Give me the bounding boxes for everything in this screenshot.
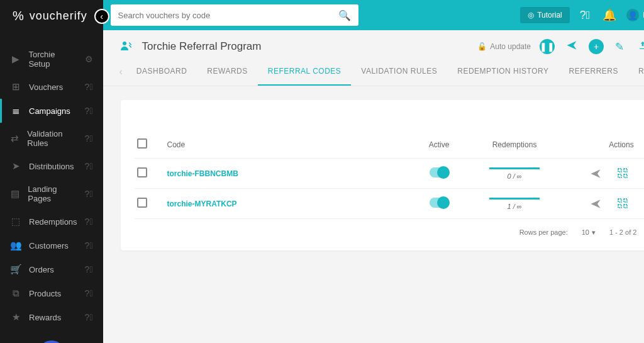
lock-open-icon: 🔓 xyxy=(477,42,487,51)
tab-validation-rules[interactable]: VALIDATION RULES xyxy=(351,58,447,86)
nav-label: Vouchers xyxy=(29,82,63,92)
sidebar-footer: ⦾ 2020 © rspective xyxy=(0,329,103,343)
sidebar-item-redemptions[interactable]: ⬚Redemptions?⃝ xyxy=(0,210,103,233)
header-active: Active xyxy=(411,140,467,149)
table-header: Code Active Redemptions Actions xyxy=(135,131,644,159)
svg-rect-8 xyxy=(624,205,627,208)
brand-name: voucherify xyxy=(30,9,87,23)
help-icon[interactable]: ?⃝ xyxy=(85,82,93,92)
nav-label: Redemptions xyxy=(29,217,77,227)
row-checkbox[interactable] xyxy=(137,198,147,208)
svg-rect-7 xyxy=(618,205,621,208)
add-button[interactable]: + xyxy=(589,39,604,54)
help-icon[interactable]: ?⃝ xyxy=(85,216,93,227)
main-area: 🔍 ◎ Tutorial ?⃝ 🔔 👤 M S Compare plans To… xyxy=(103,0,644,343)
active-toggle[interactable] xyxy=(430,167,448,177)
header-code: Code xyxy=(167,140,411,149)
tab-referees[interactable]: REFEREES xyxy=(628,58,644,86)
tab-redemption-history[interactable]: REDEMPTION HISTORY xyxy=(447,58,558,86)
page-title: Torchie Referral Program xyxy=(142,40,469,53)
nav-icon: ⇄ xyxy=(10,133,19,144)
sidebar-collapse-button[interactable]: ‹ xyxy=(94,9,109,24)
gear-icon[interactable]: ⚙ xyxy=(85,54,93,64)
tutorial-button[interactable]: ◎ Tutorial xyxy=(520,7,570,23)
help-icon[interactable]: ?⃝ xyxy=(85,288,93,298)
table-row: torchie-MYRATKCP1 / ∞ xyxy=(135,189,644,219)
user-avatar-icon: 👤 xyxy=(626,9,639,21)
select-all-checkbox[interactable] xyxy=(137,138,147,149)
table-pager: Rows per page: 10 ▾ 1 - 2 of 2 ‹ › xyxy=(135,219,644,245)
brand-logo[interactable]: % voucherify xyxy=(0,0,103,32)
edit-button[interactable]: ✎ xyxy=(613,40,626,53)
upload-button[interactable] xyxy=(635,40,644,53)
tabs-scroll-left[interactable]: ‹ xyxy=(116,66,126,77)
auto-update-label: Auto update xyxy=(490,42,531,51)
nav-icon: ★ xyxy=(10,312,21,323)
sidebar-item-vouchers[interactable]: ⊞Vouchers?⃝ xyxy=(0,75,103,99)
page-header: Torchie Referral Program 🔓 Auto update ❚… xyxy=(103,30,644,58)
nav-label: Rewards xyxy=(29,313,61,322)
active-toggle[interactable] xyxy=(430,198,448,208)
header-redemptions: Redemptions xyxy=(467,140,562,149)
send-button[interactable] xyxy=(564,40,580,54)
search-input[interactable] xyxy=(118,11,338,20)
nav-label: Distributions xyxy=(29,162,74,171)
pencil-icon: ✎ xyxy=(615,41,624,53)
help-icon[interactable]: ?⃝ xyxy=(85,106,93,116)
user-menu[interactable]: 👤 M S xyxy=(626,9,644,21)
tab-rewards[interactable]: REWARDS xyxy=(197,58,257,86)
sidebar-item-products[interactable]: ⧉Products?⃝ xyxy=(0,281,103,305)
redemptions-text: 0 / ∞ xyxy=(467,172,562,180)
row-qr-button[interactable] xyxy=(618,198,628,210)
redemptions-cell: 1 / ∞ xyxy=(467,198,562,210)
sidebar-item-validation-rules[interactable]: ⇄Validation Rules?⃝ xyxy=(0,123,103,154)
row-send-button[interactable] xyxy=(590,198,601,210)
help-icon[interactable]: ?⃝ xyxy=(85,240,93,250)
help-icon[interactable]: ?⃝ xyxy=(85,264,93,274)
row-checkbox[interactable] xyxy=(137,167,147,177)
nav-icon: ▤ xyxy=(10,188,20,200)
support-button[interactable]: ⦾ xyxy=(38,340,65,343)
search-box[interactable]: 🔍 xyxy=(111,4,358,26)
auto-update-indicator: 🔓 Auto update xyxy=(477,42,531,51)
code-link[interactable]: torchie-FBBNCBMB xyxy=(167,169,411,178)
tab-referrers[interactable]: REFERRERS xyxy=(559,58,629,86)
percent-icon: % xyxy=(13,9,25,23)
send-icon xyxy=(566,40,577,51)
help-icon[interactable]: ?⃝ xyxy=(577,9,593,22)
help-icon[interactable]: ?⃝ xyxy=(85,312,93,322)
header-actions: Actions xyxy=(562,140,644,149)
help-icon[interactable]: ?⃝ xyxy=(85,133,93,143)
chevron-left-icon: ‹ xyxy=(119,66,123,77)
plus-icon: + xyxy=(594,42,599,52)
sidebar-item-customers[interactable]: 👥Customers?⃝ xyxy=(0,233,103,257)
redemptions-text: 1 / ∞ xyxy=(467,203,562,210)
tab-referral-codes[interactable]: REFERRAL CODES xyxy=(258,58,352,86)
qr-icon xyxy=(618,168,628,178)
row-qr-button[interactable] xyxy=(618,168,628,179)
upload-icon xyxy=(638,40,644,50)
content-area: ⟳ Code Active Redemptions Actions torchi… xyxy=(103,86,644,264)
help-icon[interactable]: ?⃝ xyxy=(85,189,93,199)
help-icon[interactable]: ?⃝ xyxy=(85,161,93,171)
svg-rect-5 xyxy=(618,199,621,202)
rows-per-page-select[interactable]: 10 ▾ xyxy=(582,228,596,237)
sidebar-item-distributions[interactable]: ➤Distributions?⃝ xyxy=(0,154,103,178)
row-send-button[interactable] xyxy=(590,168,601,179)
table-row: torchie-FBBNCBMB0 / ∞ xyxy=(135,159,644,189)
sidebar-item-torchie-setup[interactable]: ▶Torchie Setup⚙ xyxy=(0,43,103,75)
sidebar-item-orders[interactable]: 🛒Orders?⃝ xyxy=(0,257,103,281)
nav-label: Torchie Setup xyxy=(28,50,77,69)
pause-icon: ❚❚ xyxy=(540,42,555,52)
pause-button[interactable]: ❚❚ xyxy=(540,39,555,54)
sidebar-item-rewards[interactable]: ★Rewards?⃝ xyxy=(0,305,103,329)
nav-icon: ≣ xyxy=(10,105,21,116)
nav-label: Landing Pages xyxy=(28,184,77,203)
sidebar-item-landing-pages[interactable]: ▤Landing Pages?⃝ xyxy=(0,178,103,210)
svg-point-0 xyxy=(123,42,126,45)
sidebar-item-campaigns[interactable]: ≣Campaigns?⃝ xyxy=(0,99,103,123)
code-link[interactable]: torchie-MYRATKCP xyxy=(167,200,411,208)
notifications-icon[interactable]: 🔔 xyxy=(600,8,619,22)
nav-label: Customers xyxy=(29,241,69,250)
tab-dashboard[interactable]: DASHBOARD xyxy=(126,58,197,86)
